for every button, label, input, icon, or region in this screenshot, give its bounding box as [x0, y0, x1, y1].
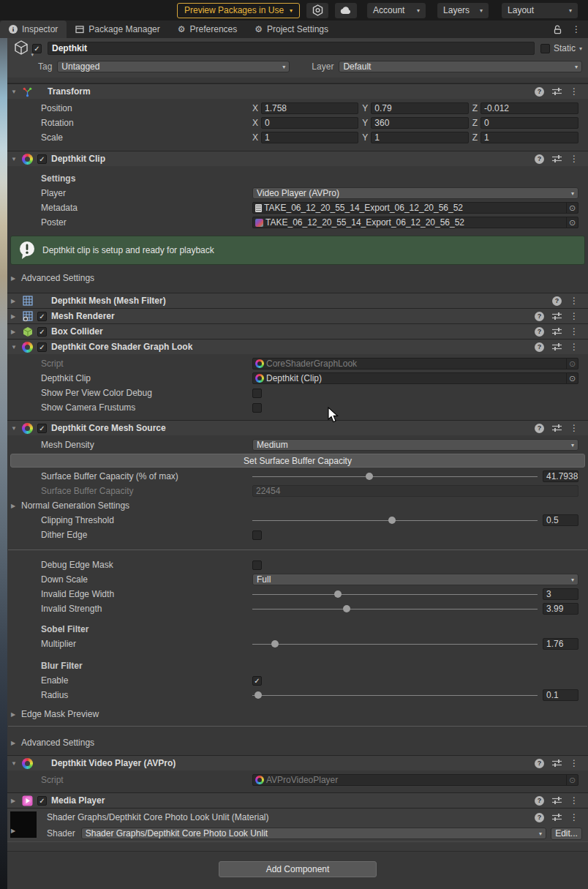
gameobject-icon[interactable]: ▾: [10, 39, 32, 58]
clipping-threshold-slider[interactable]: [252, 514, 538, 526]
mesh-renderer-header[interactable]: ▶ ✓ Mesh Renderer ? ⋮: [7, 308, 588, 323]
foldout-open-icon[interactable]: ▼: [11, 89, 21, 95]
foldout-open-icon[interactable]: ▼: [11, 760, 21, 767]
foldout-closed-icon[interactable]: ▶: [11, 329, 21, 335]
tab-menu-kebab-icon[interactable]: ⋮: [572, 24, 581, 34]
preview-packages-button[interactable]: Preview Packages in Use ▾: [177, 3, 300, 18]
foldout-open-icon[interactable]: ▼: [11, 156, 21, 162]
poster-object-field[interactable]: TAKE_06_12_20_55_14_Export_06_12_20_56_5…: [252, 217, 578, 228]
layer-dropdown[interactable]: Default ▾: [339, 61, 582, 72]
static-dropdown-caret[interactable]: ▾: [579, 45, 582, 52]
slider-handle[interactable]: [343, 605, 350, 612]
mesh-filter-header[interactable]: ▶ Depthkit Mesh (Mesh Filter) ? ⋮: [7, 293, 588, 308]
help-icon[interactable]: ?: [535, 424, 544, 433]
help-icon[interactable]: ?: [535, 87, 544, 97]
capacity-pct-field[interactable]: 41.7938: [543, 470, 578, 482]
object-picker-icon[interactable]: ⊙: [566, 203, 578, 213]
foldout-closed-icon[interactable]: ▶: [11, 798, 21, 804]
invalid-edge-width-slider[interactable]: [252, 588, 538, 600]
slider-handle[interactable]: [334, 590, 342, 598]
shader-graph-look-header[interactable]: ▼ ✓ Depthkit Core Shader Graph Look ? ⋮: [7, 339, 588, 354]
box-collider-enabled-checkbox[interactable]: ✓: [37, 327, 47, 337]
blur-radius-slider[interactable]: [252, 689, 538, 701]
foldout-closed-icon[interactable]: ▶: [11, 828, 15, 834]
presets-icon[interactable]: [552, 424, 562, 432]
shader-dropdown[interactable]: Shader Graphs/Depthkit Core Photo Look U…: [81, 828, 546, 839]
presets-icon[interactable]: [552, 327, 562, 336]
layers-dropdown[interactable]: Layers ▾: [437, 3, 489, 18]
position-z-field[interactable]: -0.012: [480, 102, 578, 114]
video-player-header[interactable]: ▼ Depthkit Video Player (AVPro) ? ⋮: [7, 755, 588, 770]
version-control-button[interactable]: [306, 3, 328, 18]
kebab-menu-icon[interactable]: ⋮: [570, 342, 578, 352]
capacity-pct-slider[interactable]: [252, 470, 538, 482]
help-icon[interactable]: ?: [535, 154, 544, 164]
per-view-debug-checkbox[interactable]: [252, 389, 262, 398]
help-icon[interactable]: ?: [535, 312, 544, 321]
rotation-x-field[interactable]: 0: [261, 117, 358, 129]
account-dropdown[interactable]: Account ▾: [367, 3, 426, 18]
kebab-menu-icon[interactable]: ⋮: [570, 296, 578, 306]
help-icon[interactable]: ?: [535, 813, 544, 822]
mesh-density-dropdown[interactable]: Medium ▾: [252, 439, 578, 451]
scale-x-field[interactable]: 1: [261, 132, 358, 143]
mesh-renderer-enabled-checkbox[interactable]: ✓: [37, 312, 47, 321]
media-player-enabled-checkbox[interactable]: ✓: [37, 796, 47, 806]
kebab-menu-icon[interactable]: ⋮: [570, 86, 578, 97]
foldout-open-icon[interactable]: ▼: [11, 425, 21, 432]
presets-icon[interactable]: [552, 796, 562, 805]
debug-edge-mask-checkbox[interactable]: [252, 560, 262, 570]
object-picker-icon[interactable]: ⊙: [566, 373, 578, 383]
kebab-menu-icon[interactable]: ⋮: [570, 311, 578, 321]
tab-package-manager[interactable]: Package Manager: [67, 20, 168, 38]
mesh-source-enabled-checkbox[interactable]: ✓: [37, 424, 47, 433]
add-component-button[interactable]: Add Component: [219, 861, 377, 877]
tab-project-settings[interactable]: ⚙ Project Settings: [246, 20, 337, 38]
layout-dropdown[interactable]: Layout ▾: [502, 3, 578, 18]
slider-handle[interactable]: [255, 691, 262, 699]
kebab-menu-icon[interactable]: ⋮: [570, 795, 578, 806]
unlock-icon[interactable]: [554, 25, 562, 34]
presets-icon[interactable]: [552, 342, 562, 351]
scale-z-field[interactable]: 1: [480, 132, 578, 143]
tab-inspector[interactable]: i Inspector: [0, 20, 67, 38]
help-icon[interactable]: ?: [535, 342, 544, 352]
foldout-open-icon[interactable]: ▼: [11, 344, 21, 350]
position-x-field[interactable]: 1.758: [261, 102, 358, 114]
media-player-header[interactable]: ▶ ✓ Media Player ? ⋮: [7, 792, 588, 808]
tab-preferences[interactable]: ⚙ Preferences: [169, 20, 246, 38]
kebab-menu-icon[interactable]: ⋮: [570, 423, 578, 433]
tag-dropdown[interactable]: Untagged ▾: [57, 61, 290, 72]
shader-edit-button[interactable]: Edit...: [551, 828, 582, 840]
mesh-source-header[interactable]: ▼ ✓ Depthkit Core Mesh Source ? ⋮: [7, 420, 588, 435]
box-collider-header[interactable]: ▶ ✓ Box Collider ? ⋮: [7, 323, 588, 339]
presets-icon[interactable]: [552, 813, 562, 822]
multiplier-field[interactable]: 1.76: [543, 638, 578, 650]
static-checkbox[interactable]: [540, 44, 550, 53]
presets-icon[interactable]: [552, 154, 562, 163]
kebab-menu-icon[interactable]: ⋮: [570, 812, 578, 822]
multiplier-slider[interactable]: [252, 638, 538, 650]
dither-edge-checkbox[interactable]: [252, 530, 262, 540]
foldout-closed-icon[interactable]: ▶: [11, 313, 21, 320]
slider-handle[interactable]: [271, 640, 279, 648]
help-icon[interactable]: ?: [552, 296, 562, 306]
clipping-threshold-field[interactable]: 0.5: [543, 514, 578, 526]
invalid-strength-field[interactable]: 3.99: [543, 603, 578, 615]
rotation-y-field[interactable]: 360: [371, 117, 468, 129]
cloud-button[interactable]: [335, 3, 357, 18]
object-picker-icon[interactable]: ⊙: [566, 217, 578, 228]
slider-handle[interactable]: [366, 473, 373, 480]
presets-icon[interactable]: [552, 312, 562, 320]
help-icon[interactable]: ?: [535, 759, 544, 768]
edge-mask-preview-foldout[interactable]: ▶ Edge Mask Preview: [7, 707, 588, 721]
clip-advanced-settings-foldout[interactable]: ▶ Advanced Settings: [7, 271, 588, 285]
scale-y-field[interactable]: 1: [371, 132, 468, 143]
camera-frustums-checkbox[interactable]: [252, 403, 262, 413]
help-icon[interactable]: ?: [535, 796, 544, 806]
invalid-edge-width-field[interactable]: 3: [543, 588, 578, 600]
transform-header[interactable]: ▼ Transform ? ⋮: [7, 83, 588, 99]
down-scale-dropdown[interactable]: Full ▾: [252, 574, 578, 585]
kebab-menu-icon[interactable]: ⋮: [570, 758, 578, 768]
blur-enable-checkbox[interactable]: ✓: [252, 676, 262, 686]
